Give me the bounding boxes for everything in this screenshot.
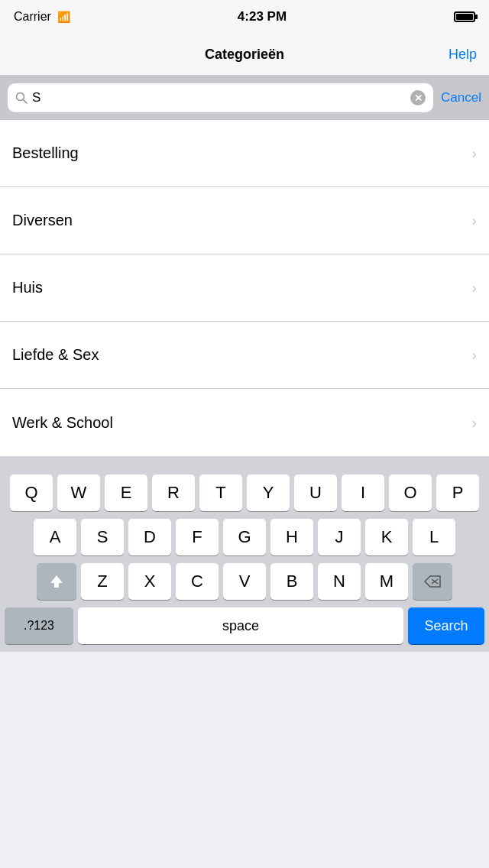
chevron-icon: ›	[471, 279, 477, 296]
list-item-label: Diversen	[12, 212, 73, 229]
nav-bar: Categorieën Help	[0, 34, 489, 76]
chevron-icon: ›	[471, 414, 477, 432]
keyboard-row-3: Z X C V B N M	[2, 563, 487, 600]
key-u[interactable]: U	[294, 474, 337, 511]
carrier-label: Carrier	[14, 10, 51, 24]
keyboard-row-1: Q W E R T Y U I O P	[2, 474, 487, 511]
keyboard: Q W E R T Y U I O P A S D F G H J K L Z …	[0, 467, 489, 652]
key-l[interactable]: L	[413, 519, 455, 555]
key-k[interactable]: K	[365, 519, 408, 555]
key-d[interactable]: D	[128, 519, 171, 555]
list-item[interactable]: Diversen ›	[0, 187, 489, 254]
status-left: Carrier 📶	[14, 10, 70, 24]
nav-title: Categorieën	[205, 47, 284, 63]
clear-button[interactable]: ✕	[410, 90, 426, 105]
key-h[interactable]: H	[270, 519, 313, 555]
numbers-key[interactable]: .?123	[5, 607, 73, 644]
key-f[interactable]: F	[176, 519, 219, 555]
key-y[interactable]: Y	[247, 474, 290, 511]
svg-line-1	[24, 100, 28, 104]
cancel-button[interactable]: Cancel	[441, 90, 481, 105]
status-time: 4:23 PM	[238, 9, 287, 24]
list-item[interactable]: Bestelling ›	[0, 120, 489, 187]
key-n[interactable]: N	[318, 563, 361, 600]
key-a[interactable]: A	[34, 519, 76, 555]
search-key[interactable]: Search	[408, 607, 484, 644]
list-item-label: Huis	[12, 279, 43, 296]
key-b[interactable]: B	[270, 563, 313, 600]
battery-container	[454, 11, 475, 22]
battery-icon	[454, 11, 475, 22]
keyboard-bottom-row: .?123 space Search	[2, 607, 487, 652]
shift-key[interactable]	[37, 563, 76, 600]
key-r[interactable]: R	[152, 474, 195, 511]
key-x[interactable]: X	[128, 563, 171, 600]
key-i[interactable]: I	[342, 474, 384, 511]
key-j[interactable]: J	[318, 519, 361, 555]
list-item[interactable]: Werk & School ›	[0, 389, 489, 456]
key-w[interactable]: W	[57, 474, 100, 511]
status-bar: Carrier 📶 4:23 PM	[0, 0, 489, 34]
search-bar: ✕ Cancel	[0, 76, 489, 120]
chevron-icon: ›	[471, 346, 477, 364]
key-z[interactable]: Z	[81, 563, 124, 600]
key-t[interactable]: T	[199, 474, 242, 511]
category-list: Bestelling › Diversen › Huis › Liefde & …	[0, 120, 489, 456]
backspace-key[interactable]	[413, 563, 452, 600]
chevron-icon: ›	[471, 212, 477, 229]
key-q[interactable]: Q	[10, 474, 53, 511]
keyboard-row-2: A S D F G H J K L	[2, 519, 487, 555]
list-item-label: Werk & School	[12, 414, 113, 432]
wifi-icon: 📶	[57, 11, 70, 23]
key-c[interactable]: C	[176, 563, 219, 600]
key-o[interactable]: O	[389, 474, 432, 511]
key-v[interactable]: V	[223, 563, 266, 600]
svg-marker-2	[50, 575, 63, 588]
key-e[interactable]: E	[105, 474, 147, 511]
list-item-label: Liefde & Sex	[12, 346, 99, 364]
search-input[interactable]	[32, 90, 406, 105]
key-p[interactable]: P	[436, 474, 479, 511]
key-s[interactable]: S	[81, 519, 124, 555]
key-m[interactable]: M	[365, 563, 408, 600]
list-item-label: Bestelling	[12, 144, 79, 162]
chevron-icon: ›	[471, 144, 477, 162]
search-icon	[15, 92, 28, 104]
help-button[interactable]: Help	[449, 47, 477, 63]
battery-fill	[456, 14, 473, 20]
list-item[interactable]: Huis ›	[0, 254, 489, 322]
keyboard-separator	[0, 456, 489, 467]
search-input-wrapper: ✕	[8, 83, 433, 112]
list-item[interactable]: Liefde & Sex ›	[0, 322, 489, 389]
space-key[interactable]: space	[78, 607, 403, 644]
key-g[interactable]: G	[223, 519, 266, 555]
